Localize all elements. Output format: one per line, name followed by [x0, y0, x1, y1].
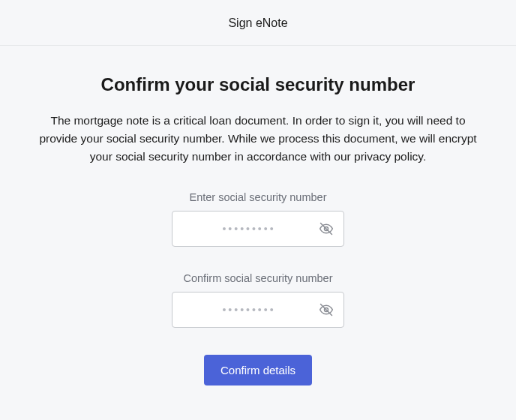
- enter-ssn-group: Enter social security number: [38, 191, 478, 247]
- page-description: The mortgage note is a critical loan doc…: [38, 112, 478, 166]
- enter-ssn-input-wrap: [172, 211, 344, 247]
- page-title: Confirm your social security number: [38, 74, 478, 95]
- main-content: Confirm your social security number The …: [0, 46, 516, 386]
- confirm-ssn-group: Confirm social security number: [38, 272, 478, 328]
- toggle-visibility-icon[interactable]: [319, 221, 334, 236]
- toggle-visibility-icon[interactable]: [319, 302, 334, 317]
- confirm-ssn-input-wrap: [172, 292, 344, 328]
- enter-ssn-label: Enter social security number: [38, 191, 478, 203]
- header-title: Sign eNote: [228, 16, 287, 29]
- confirm-ssn-label: Confirm social security number: [38, 272, 478, 284]
- confirm-details-button[interactable]: Confirm details: [204, 355, 312, 386]
- page-header: Sign eNote: [0, 0, 516, 46]
